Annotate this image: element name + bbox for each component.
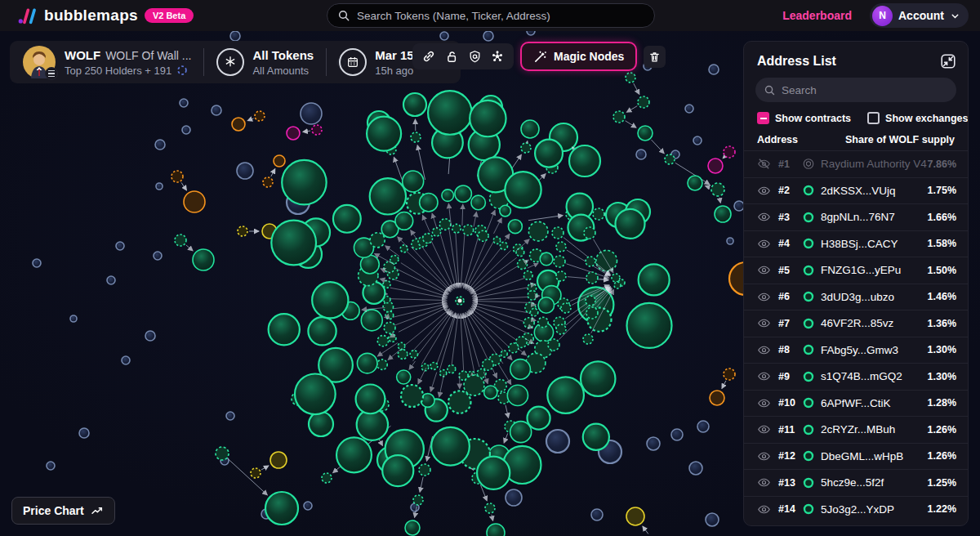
bubble[interactable] bbox=[156, 183, 163, 190]
bubble[interactable] bbox=[521, 120, 539, 138]
bubble[interactable] bbox=[226, 412, 234, 420]
bubble[interactable] bbox=[463, 225, 474, 235]
bubble[interactable] bbox=[709, 65, 719, 74]
bubble[interactable] bbox=[470, 100, 506, 136]
address-row[interactable]: #5FNZG1G...yEPu1.50% bbox=[744, 257, 968, 284]
address-label[interactable]: DbeGML...wHpB bbox=[821, 450, 903, 462]
cluster-nodes-button[interactable] bbox=[486, 45, 509, 68]
bubble[interactable] bbox=[638, 126, 653, 141]
address-row[interactable]: #746VF2R...85vz1.36% bbox=[744, 310, 968, 337]
bubble[interactable] bbox=[510, 422, 532, 443]
bubble[interactable] bbox=[708, 159, 723, 173]
bubble[interactable] bbox=[483, 360, 494, 371]
collapse-panel-button[interactable] bbox=[938, 51, 958, 71]
bubble[interactable] bbox=[452, 224, 461, 233]
eye-icon[interactable] bbox=[757, 449, 771, 463]
bubble[interactable] bbox=[591, 509, 603, 520]
lock-button[interactable] bbox=[440, 45, 463, 68]
address-label[interactable]: 6APfWF...CtiK bbox=[821, 397, 891, 409]
link-mode-button[interactable] bbox=[417, 45, 440, 68]
address-row[interactable]: #1Raydium Authority V47.86% bbox=[744, 150, 968, 177]
bubble[interactable] bbox=[230, 31, 240, 41]
eye-icon[interactable] bbox=[757, 369, 771, 383]
eye-off-icon[interactable] bbox=[757, 157, 771, 171]
bubble[interactable] bbox=[420, 194, 438, 212]
bubble[interactable] bbox=[193, 249, 214, 270]
bubble[interactable] bbox=[538, 297, 555, 314]
bubble[interactable] bbox=[583, 334, 593, 344]
token-info-panel[interactable]: WOLF WOLF Of Wall ... Top 250 Holders + … bbox=[10, 41, 461, 83]
bubble[interactable] bbox=[79, 428, 89, 438]
address-search[interactable] bbox=[755, 78, 956, 102]
bubble[interactable] bbox=[405, 520, 420, 535]
bubble[interactable] bbox=[145, 331, 155, 341]
bubble[interactable] bbox=[367, 117, 401, 151]
bubble[interactable] bbox=[184, 191, 205, 212]
bubble[interactable] bbox=[423, 234, 433, 243]
bubble[interactable] bbox=[455, 185, 471, 202]
eye-icon[interactable] bbox=[757, 476, 771, 489]
bubble[interactable] bbox=[581, 361, 615, 395]
bubble[interactable] bbox=[116, 242, 124, 250]
address-row[interactable]: #4H38BSj...CACY1.58% bbox=[744, 230, 968, 257]
bubble[interactable] bbox=[312, 282, 348, 318]
bubble[interactable] bbox=[485, 503, 495, 513]
bubble[interactable] bbox=[155, 140, 165, 150]
address-row[interactable]: #12DbeGML...wHpB1.26% bbox=[744, 443, 968, 470]
bubble[interactable] bbox=[540, 252, 553, 266]
bubble[interactable] bbox=[508, 220, 522, 234]
bubble[interactable] bbox=[483, 31, 493, 41]
bubble[interactable] bbox=[507, 385, 528, 405]
bubble[interactable] bbox=[440, 32, 448, 40]
bubble[interactable] bbox=[361, 310, 382, 331]
show-contracts-checkbox[interactable]: Show contracts bbox=[757, 112, 851, 124]
bubble[interactable] bbox=[556, 242, 566, 252]
address-label[interactable]: H38BSj...CACY bbox=[821, 238, 898, 250]
bubble[interactable] bbox=[487, 524, 505, 536]
bubble[interactable] bbox=[439, 219, 451, 230]
bubble[interactable] bbox=[627, 303, 672, 348]
bubble[interactable] bbox=[715, 206, 731, 222]
eye-icon[interactable] bbox=[757, 316, 771, 330]
bubble[interactable] bbox=[448, 391, 470, 413]
bubble[interactable] bbox=[70, 315, 77, 322]
bubble[interactable] bbox=[180, 99, 188, 107]
bubble[interactable] bbox=[586, 307, 598, 319]
bubble[interactable] bbox=[287, 127, 300, 140]
bubble[interactable] bbox=[309, 412, 333, 436]
bubble[interactable] bbox=[175, 234, 186, 246]
bubble[interactable] bbox=[548, 339, 559, 351]
eye-icon[interactable] bbox=[757, 210, 771, 224]
bubble[interactable] bbox=[510, 360, 531, 380]
bubble[interactable] bbox=[271, 221, 316, 266]
bubble[interactable] bbox=[384, 322, 395, 333]
bubble[interactable] bbox=[505, 172, 541, 208]
bubble[interactable] bbox=[107, 276, 115, 284]
bubble[interactable] bbox=[274, 155, 285, 167]
eye-icon[interactable] bbox=[757, 343, 771, 357]
bubble[interactable] bbox=[255, 111, 265, 121]
bubble[interactable] bbox=[554, 256, 565, 267]
delete-button[interactable] bbox=[644, 46, 666, 68]
bubble[interactable] bbox=[586, 257, 595, 266]
show-exchanges-checkbox[interactable]: Show exchanges bbox=[867, 112, 968, 124]
address-label[interactable]: 5hcz9e...5f2f bbox=[821, 476, 884, 489]
bubble[interactable] bbox=[697, 421, 709, 432]
bubble[interactable] bbox=[385, 311, 394, 319]
address-row[interactable]: #145Jo3g2...YxDP1.22% bbox=[744, 496, 968, 523]
bubble[interactable] bbox=[614, 282, 621, 288]
bubble[interactable] bbox=[546, 430, 569, 453]
bubblemap-canvas[interactable]: bubblemaps V2 Beta Leaderboard N Account bbox=[0, 0, 980, 536]
bubble[interactable] bbox=[270, 452, 287, 468]
bubble[interactable] bbox=[478, 230, 488, 241]
address-label[interactable]: 3dUD3g...ubzo bbox=[821, 291, 894, 303]
address-label[interactable]: 2cRYZr...MBuh bbox=[821, 423, 895, 436]
address-label[interactable]: s1Q74B...mGQ2 bbox=[821, 370, 902, 382]
bubble[interactable] bbox=[336, 437, 372, 472]
bubble[interactable] bbox=[724, 368, 735, 380]
eye-icon[interactable] bbox=[757, 502, 771, 516]
bubble[interactable] bbox=[395, 212, 413, 230]
bubble[interactable] bbox=[216, 447, 229, 460]
bubble[interactable] bbox=[471, 195, 486, 210]
address-label[interactable]: FAbg5y...Gmw3 bbox=[821, 344, 898, 356]
